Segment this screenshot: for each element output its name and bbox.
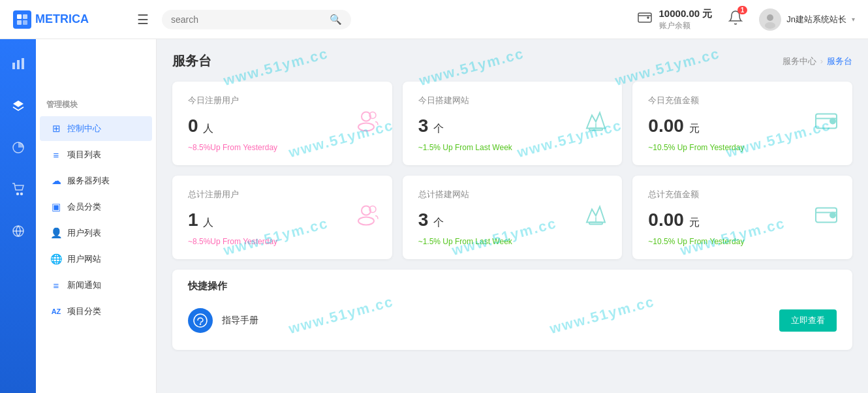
stat-card-total-users: 总计注册用户 1 人 ~8.5%Up From Yesterday [172,176,392,259]
stats-grid-row2: 总计注册用户 1 人 ~8.5%Up From Yesterday [172,176,852,259]
logo: METRICA [13,10,131,29]
sidebar-item-label: 项目分类 [67,306,101,317]
iconbar-layers[interactable] [7,94,30,118]
sidebar-item-servers[interactable]: ☁ 服务器列表 [40,168,152,193]
search-input[interactable] [171,14,324,25]
stat-card-total-sites: 总计搭建网站 3 个 ~1.5% Up From Last Week [403,176,623,259]
sidebar-item-label: 项目列表 [67,149,101,161]
notification-bell[interactable]: 1 [728,10,743,29]
iconbar-globe[interactable] [7,219,30,243]
stat-value: 0 人 [188,116,377,136]
username: Jn建站系统站长 [786,14,846,25]
svg-rect-4 [638,13,651,22]
balance-label: 账户余额 [659,20,713,31]
sidebar-item-dashboard[interactable]: ⊞ 控制中心 [40,116,152,141]
project-cat-icon: AZ [50,307,62,315]
user-menu[interactable]: Jn建站系统站长 ▾ [759,8,855,31]
content-area: 服务台 服务中心 › 服务台 今日注册用户 0 人 ~8.5%Up From Y… [157,39,868,393]
svg-point-6 [765,22,775,29]
quick-actions-title: 快捷操作 [188,280,837,292]
page-header: 服务台 服务中心 › 服务台 [172,52,852,70]
balance-widget[interactable]: 10000.00 元 账户余额 [637,8,713,31]
sidebar-item-label: 用户列表 [67,227,101,239]
sidebar-item-label: 用户网站 [67,253,101,265]
sidebar-item-project-cat[interactable]: AZ 项目分类 [40,299,152,324]
svg-point-26 [194,314,207,327]
search-icon: 🔍 [330,14,342,25]
wallet-icon [637,10,653,29]
navbar: METRICA ☰ 🔍 10000.00 元 [0,0,868,39]
news-icon: ≡ [50,280,62,291]
svg-rect-17 [589,129,602,131]
icon-bar [0,0,36,393]
svg-point-19 [830,119,835,124]
iconbar-pie[interactable] [7,136,30,159]
sidebar-item-label: 会员分类 [67,201,101,213]
stat-trend: ~10.5% Up From Yesterday [648,143,837,152]
svg-point-27 [200,323,201,324]
dashboard-icon: ⊞ [50,123,62,134]
quick-actions: 快捷操作 指导手册 立即查看 [172,270,852,350]
quick-item-button[interactable]: 立即查看 [779,309,837,332]
svg-rect-3 [23,20,27,25]
user-caret-icon: ▾ [852,16,855,23]
stat-value: 3 个 [418,210,607,230]
stat-label: 今日注册用户 [188,95,377,106]
stat-card-total-recharge: 总计充值金额 0.00 元 ~10.5% Up From Yesterday [632,176,852,259]
sidebar-item-label: 新闻通知 [67,279,101,291]
svg-point-12 [20,193,22,195]
svg-rect-7 [12,63,15,69]
breadcrumb-separator: › [820,56,823,66]
stat-trend: ~1.5% Up From Last Week [418,143,607,152]
stat-label: 今日搭建网站 [418,95,607,106]
sidebar: 管理模块 ⊞ 控制中心 ≡ 项目列表 ☁ 服务器列表 ▣ 会员分类 👤 用户列表… [36,39,157,393]
svg-point-21 [358,217,374,225]
svg-rect-9 [22,58,24,69]
svg-rect-23 [589,223,602,225]
stat-trend: ~1.5% Up From Last Week [418,237,607,246]
svg-point-11 [16,193,18,195]
sidebar-item-websites[interactable]: 🌐 用户网站 [40,247,152,272]
servers-icon: ☁ [50,175,62,187]
svg-rect-0 [17,14,22,19]
stat-trend: ~10.5% Up From Yesterday [648,237,837,246]
breadcrumb-home: 服务中心 [783,55,816,67]
notification-badge: 1 [737,6,748,14]
breadcrumb: 服务中心 › 服务台 [783,55,852,67]
stat-value: 1 人 [188,210,377,230]
sidebar-item-label: 控制中心 [67,123,101,134]
stat-label: 总计注册用户 [188,189,377,200]
sidebar-item-member-cat[interactable]: ▣ 会员分类 [40,195,152,219]
member-cat-icon: ▣ [50,201,62,213]
websites-icon: 🌐 [50,253,62,265]
stats-grid-row1: 今日注册用户 0 人 ~8.5%Up From Yesterday [172,82,852,165]
svg-rect-8 [17,60,20,69]
stat-card-today-recharge: 今日充值金额 0.00 元 ~10.5% Up From Yesterday [632,82,852,165]
svg-point-25 [830,213,835,218]
sidebar-item-label: 服务器列表 [67,175,110,187]
bell-icon [728,12,743,29]
stat-value: 0.00 元 [648,116,837,136]
svg-rect-2 [17,20,22,25]
users-icon: 👤 [50,227,62,239]
stat-icon [583,202,609,234]
balance-amount: 10000.00 元 [659,8,713,20]
projects-icon: ≡ [50,149,62,161]
sidebar-item-projects[interactable]: ≡ 项目列表 [40,142,152,167]
avatar [759,8,781,31]
svg-rect-1 [23,14,27,19]
hamburger-button[interactable]: ☰ [137,12,149,27]
stat-label: 今日充值金额 [648,95,837,106]
iconbar-analytics[interactable] [7,52,30,76]
stat-trend: ~8.5%Up From Yesterday [188,143,377,152]
balance-info: 10000.00 元 账户余额 [659,8,713,31]
stat-card-today-sites: 今日搭建网站 3 个 ~1.5% Up From Last Week [403,82,623,165]
sidebar-item-users[interactable]: 👤 用户列表 [40,221,152,245]
search-box[interactable]: 🔍 [162,10,351,29]
stat-card-today-users: 今日注册用户 0 人 ~8.5%Up From Yesterday [172,82,392,165]
stat-value: 3 个 [418,116,607,136]
iconbar-cart[interactable] [7,178,30,201]
navbar-right: 10000.00 元 账户余额 1 [637,8,855,31]
guide-icon [188,308,213,333]
sidebar-item-news[interactable]: ≡ 新闻通知 [40,273,152,298]
